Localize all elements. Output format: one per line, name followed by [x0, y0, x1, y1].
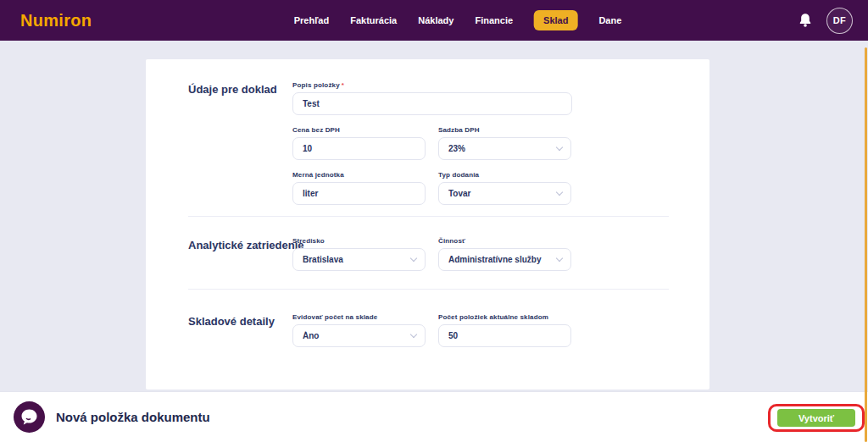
field-label: Sadzba DPH [438, 126, 571, 134]
stredisko-select[interactable] [292, 248, 426, 271]
merna-jednotka-input[interactable] [292, 182, 426, 205]
create-button[interactable]: Vytvoriť [777, 409, 855, 427]
field-label: Evidovať počet na sklade [292, 313, 426, 321]
field-label: Stredisko [292, 237, 426, 245]
evidovat-pocet-select[interactable] [292, 324, 426, 347]
field-label: Typ dodania [438, 171, 571, 179]
scrollbar-thumb[interactable] [865, 47, 867, 442]
app-logo[interactable]: Numiron [20, 11, 92, 30]
nav-item-sklad[interactable]: Sklad [534, 10, 577, 30]
field-label: Činnosť [438, 237, 571, 245]
cena-bez-dph-input[interactable] [292, 137, 426, 160]
bell-icon[interactable] [798, 13, 813, 28]
sadzba-dph-select[interactable] [438, 137, 571, 160]
pocet-poloziek-input[interactable] [438, 324, 571, 347]
page-title: Nová položka dokumentu [56, 410, 210, 424]
typ-dodania-select[interactable] [438, 182, 571, 205]
cinnost-select[interactable] [438, 248, 571, 271]
top-nav-bar: Numiron Prehľad Fakturácia Náklady Finan… [0, 0, 868, 41]
field-label: Popis položky* [292, 81, 572, 89]
nav-item-financie[interactable]: Financie [475, 15, 513, 25]
annotation-highlight: Vytvoriť [768, 404, 865, 432]
form-card: Údaje pre doklad Popis položky* Cena bez [146, 59, 709, 390]
popis-polozky-input[interactable] [292, 92, 572, 115]
nav-item-prehlad[interactable]: Prehľad [294, 15, 330, 25]
avatar[interactable]: DF [826, 8, 853, 34]
section-analyticke-zatriedenie: Analytické zatriedenie Stredisko Činnosť [146, 217, 709, 282]
section-title: Skladové detaily [188, 313, 292, 358]
field-label: Cena bez DPH [292, 126, 426, 134]
header-actions: DF [798, 8, 853, 34]
main-nav: Prehľad Fakturácia Náklady Financie Skla… [294, 10, 622, 30]
nav-item-dane[interactable]: Dane [598, 15, 621, 25]
field-label: Merná jednotka [292, 171, 426, 179]
required-asterisk: * [342, 81, 344, 89]
nav-item-naklady[interactable]: Náklady [418, 15, 453, 25]
section-skladove-detaily: Skladové detaily Evidovať počet na sklad… [146, 290, 709, 358]
section-udaje-pre-doklad: Údaje pre doklad Popis položky* Cena bez [146, 81, 709, 216]
footer-bar: Nová položka dokumentu Vytvoriť [0, 391, 868, 442]
field-label: Počet položiek aktuálne skladom [438, 313, 571, 321]
nav-item-fakturacia[interactable]: Fakturácia [350, 15, 397, 25]
section-title: Údaje pre doklad [188, 81, 292, 216]
chat-bubble-icon [14, 401, 45, 433]
app: Numiron Prehľad Fakturácia Náklady Finan… [0, 0, 868, 442]
section-title: Analytické zatriedenie [188, 237, 292, 282]
